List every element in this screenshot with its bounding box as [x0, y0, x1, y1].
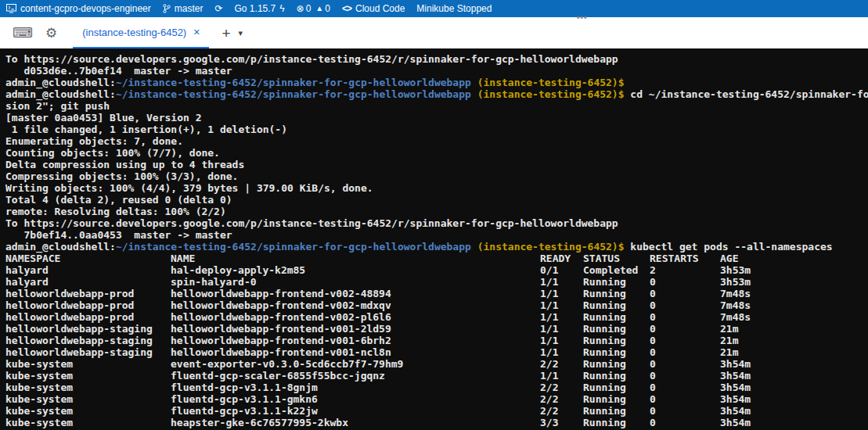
pods-table-row: kube-systemfluentd-gcp-v3.1.1-8gnjm2/2Ru…	[5, 382, 868, 393]
remote-environment-button[interactable]: content-gcpro-devops-engineer	[6, 0, 151, 17]
pods-table-row: helloworldwebapp-staginghelloworldwebapp…	[5, 335, 868, 346]
keyboard-icon[interactable]: ⌨	[13, 26, 33, 40]
lightning-icon: ϟ	[279, 4, 284, 13]
code-brackets-icon: <>	[342, 3, 351, 14]
cloud-code-label: Cloud Code	[355, 3, 405, 14]
pods-table-row: halyardspin-halyard-01/1Running03h53m	[5, 276, 868, 288]
add-terminal-button[interactable]: +	[222, 26, 230, 41]
panel-more-handle[interactable]: •••	[577, 13, 588, 22]
terminal-line: admin_@cloudshell:~/instance-testing-645…	[5, 88, 868, 100]
warning-icon: ▲	[315, 5, 323, 13]
pods-table-row: kube-systemevent-exporter-v0.3.0-5cd6ccb…	[5, 358, 868, 370]
cloud-code-button[interactable]: <> Cloud Code	[342, 0, 405, 17]
pods-table-row: kube-systemfluentd-gcp-v3.1.1-k22jw2/2Ru…	[5, 405, 868, 417]
pods-table-row: kube-systemheapster-gke-6c76577995-2kwbx…	[5, 417, 868, 428]
error-count: 0	[306, 3, 312, 14]
terminal-tab[interactable]: (instance-testing-6452) ×	[73, 17, 209, 48]
status-bar: content-gcpro-devops-engineer master ⟳ G…	[0, 0, 868, 17]
pods-table-row: helloworldwebapp-prodhelloworldwebapp-fr…	[5, 288, 868, 299]
terminal-line: To https://source.developers.google.com/…	[5, 53, 868, 65]
terminal-line: Compressing objects: 100% (3/3), done.	[5, 170, 868, 182]
go-version-label: Go 1.15.7	[235, 3, 276, 14]
go-version-button[interactable]: Go 1.15.7 ϟ	[235, 0, 285, 17]
git-branch-button[interactable]: master	[163, 0, 203, 17]
pods-table-row: helloworldwebapp-staginghelloworldwebapp…	[5, 323, 868, 335]
pods-table-row: helloworldwebapp-prodhelloworldwebapp-fr…	[5, 299, 868, 311]
gear-icon[interactable]: ⚙	[45, 27, 57, 40]
terminal-line: 1 file changed, 1 insertion(+), 1 deleti…	[5, 124, 868, 135]
minikube-status-button[interactable]: Minikube Stopped	[416, 0, 492, 17]
terminal-tab-label: (instance-testing-6452)	[82, 27, 186, 38]
sync-button[interactable]: ⟳	[214, 0, 222, 17]
terminal-line: 7b0ef14..0aa0453 master -> master	[5, 229, 868, 241]
terminal-line: Total 4 (delta 2), reused 0 (delta 0)	[5, 194, 868, 206]
terminal-line: Counting objects: 100% (7/7), done.	[5, 147, 868, 159]
close-icon[interactable]: ×	[193, 27, 200, 38]
terminal-output[interactable]: To https://source.developers.google.com/…	[0, 48, 868, 430]
environment-label: content-gcpro-devops-engineer	[20, 3, 151, 14]
terminal-line: admin_@cloudshell:~/instance-testing-645…	[5, 241, 868, 253]
pods-table-row: helloworldwebapp-prodhelloworldwebapp-fr…	[5, 311, 868, 323]
terminal-line: [master 0aa0453] Blue, Version 2	[5, 112, 868, 124]
sync-icon: ⟳	[214, 4, 222, 13]
chevron-down-icon[interactable]: ▾	[239, 28, 243, 38]
minikube-status-label: Minikube Stopped	[416, 3, 492, 14]
warning-count: 0	[325, 3, 330, 14]
terminal-tab-bar: ••• ⌨ ⚙ (instance-testing-6452) × + ▾	[0, 17, 868, 48]
terminal-line: To https://source.developers.google.com/…	[5, 217, 868, 229]
terminal-line: admin_@cloudshell:~/instance-testing-645…	[5, 77, 868, 88]
terminal-line: sion 2"; git push	[5, 100, 868, 112]
terminal-line: Enumerating objects: 7, done.	[5, 135, 868, 147]
pods-table-header: NAMESPACENAMEREADYSTATUSRESTARTSAGE	[5, 253, 868, 264]
git-branch-icon	[163, 4, 171, 13]
cloud-shell-icon	[6, 4, 16, 13]
pods-table-row: helloworldwebapp-staginghelloworldwebapp…	[5, 346, 868, 358]
pods-table-row: kube-systemfluentd-gcp-scaler-6855f55bcc…	[5, 370, 868, 382]
terminal-line: Writing objects: 100% (4/4), 379 bytes |…	[5, 182, 868, 194]
problems-button[interactable]: ⊗ 0 ▲ 0	[297, 0, 330, 17]
branch-label: master	[175, 3, 203, 14]
terminal-line: remote: Resolving deltas: 100% (2/2)	[5, 206, 868, 217]
pods-table-row: kube-systemfluentd-gcp-v3.1.1-gmkn62/2Ru…	[5, 393, 868, 405]
pods-table-row: halyardhal-deploy-apply-k2m850/1Complete…	[5, 264, 868, 276]
terminal-line: Delta compression using up to 4 threads	[5, 159, 868, 170]
terminal-line: d053d6e..7b0ef14 master -> master	[5, 65, 868, 77]
error-icon: ⊗	[297, 4, 304, 13]
